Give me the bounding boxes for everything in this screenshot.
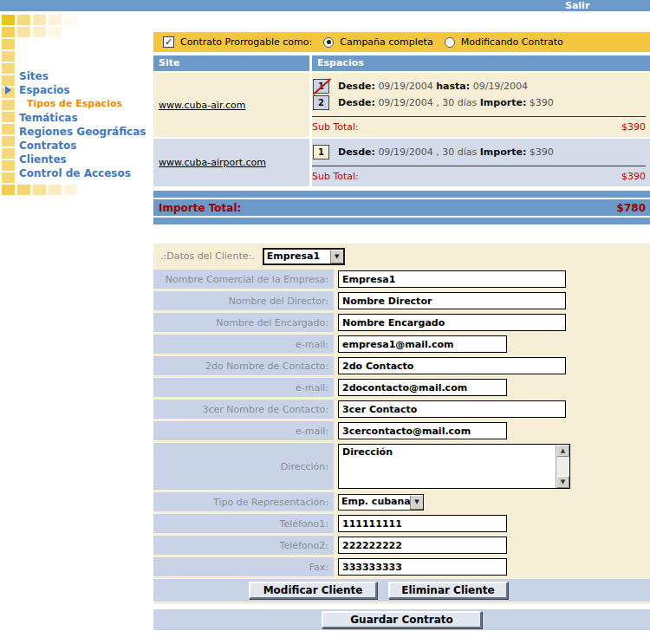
dropdown-arrow-icon[interactable]: ▼: [410, 495, 423, 510]
field-label: 3cer Nombre de Contacto:: [153, 400, 334, 419]
logout-link[interactable]: Salir: [565, 0, 589, 11]
mosaic-square: [2, 27, 15, 37]
tipo-representacion-select[interactable]: Emp. cubana ▼: [338, 494, 424, 511]
field-label: Nombre del Encargado:: [153, 313, 334, 332]
top-bar: Salir: [0, 0, 650, 11]
scrollbar[interactable]: ▲ ▼: [556, 445, 569, 488]
subtotal-row: Sub Total: $390: [312, 171, 646, 182]
band-strip: [153, 218, 650, 224]
espacios-column-header: Espacios: [312, 55, 650, 71]
field-label: Dirección:: [153, 443, 334, 490]
sidebar-item-contratos[interactable]: Contratos: [0, 139, 153, 153]
espacios-cell: 1 Desde: 09/19/2004 , 30 días Importe: $…: [312, 139, 650, 186]
telefono1-input[interactable]: [338, 515, 507, 532]
direccion-text: Dirección: [339, 445, 555, 488]
form-row: Nombre Comercial de la Empresa:: [153, 270, 650, 289]
client-selector-row: .:Datos del Cliente:. Empresa1 ▼: [153, 245, 650, 267]
form-row: Dirección: Dirección ▲ ▼: [153, 443, 650, 490]
espacio-item: 1 Desde: 09/19/2004 , 30 días Importe: $…: [312, 145, 646, 159]
site-cell: www.cuba-air.com: [153, 73, 309, 137]
desde-label: Desde:: [338, 146, 375, 158]
importe-label: Importe:: [480, 146, 527, 158]
campana-completa-radio[interactable]: [323, 37, 334, 48]
tercer-email-input[interactable]: [338, 422, 507, 439]
mosaic-square: [33, 27, 46, 37]
guardar-contrato-button[interactable]: Guardar Contrato: [322, 611, 482, 628]
table-row: www.cuba-air.com 1 Desde: 09/19/2004 has…: [153, 73, 650, 137]
mosaic-square: [17, 185, 30, 195]
form-row: Teléfono2:: [153, 536, 650, 555]
form-row: Nombre del Director:: [153, 291, 650, 310]
subtotal-value: $390: [621, 121, 646, 133]
field-label: Teléfono2:: [153, 536, 334, 555]
mosaic-square: [64, 15, 77, 25]
field-label: e-mail:: [153, 378, 334, 397]
desde-value: 09/19/2004 , 30 días: [378, 146, 477, 158]
mosaic-square: [49, 15, 62, 25]
espacio-item-button[interactable]: 1: [313, 145, 329, 159]
mosaic-square: [17, 27, 30, 37]
dropdown-arrow-icon[interactable]: ▼: [330, 250, 343, 263]
modificando-contrato-radio[interactable]: [445, 37, 455, 48]
segundo-contacto-input[interactable]: [338, 357, 566, 374]
nombre-director-input[interactable]: [338, 292, 566, 309]
tipo-representacion-value: Emp. cubana: [339, 495, 410, 510]
espacio-item-button-crossed[interactable]: 1: [313, 79, 329, 94]
importe-total-row: Importe Total: $780: [153, 199, 650, 216]
table-header: Site Espacios: [153, 55, 650, 71]
direccion-textarea[interactable]: Dirección ▲ ▼: [338, 444, 570, 489]
telefono2-input[interactable]: [338, 537, 507, 554]
sidebar-item-tematicas[interactable]: Temáticas: [0, 111, 153, 125]
field-label: Tipo de Representación:: [153, 492, 334, 511]
subtotal-divider: [312, 166, 646, 166]
importe-value: $390: [530, 97, 554, 108]
save-band: Guardar Contrato: [153, 609, 650, 630]
modificar-cliente-button[interactable]: Modificar Cliente: [249, 582, 377, 599]
eliminar-cliente-button[interactable]: Eliminar Cliente: [388, 582, 508, 599]
espacios-cell: 1 Desde: 09/19/2004 hasta: 09/19/2004 2 …: [312, 73, 650, 137]
site-link[interactable]: www.cuba-airport.com: [159, 157, 266, 168]
scroll-up-icon[interactable]: ▲: [556, 445, 569, 457]
form-row: Nombre del Encargado:: [153, 313, 650, 332]
subtotal-label: Sub Total:: [312, 171, 359, 182]
desde-value: 09/19/2004: [378, 81, 432, 92]
sidebar-item-regiones-geograficas[interactable]: Regiones Geográficas: [0, 125, 153, 139]
importe-total-label: Importe Total:: [159, 202, 241, 214]
band-strip: [153, 191, 650, 198]
site-link[interactable]: www.cuba-air.com: [159, 100, 246, 111]
espacio-item-button[interactable]: 2: [313, 95, 329, 110]
modificando-contrato-label: Modificando Contrato: [461, 36, 563, 48]
nombre-comercial-input[interactable]: [338, 270, 566, 288]
desde-label: Desde:: [338, 97, 375, 108]
scroll-down-icon[interactable]: ▼: [556, 476, 569, 488]
field-label: Teléfono1:: [153, 514, 334, 533]
mosaic-square: [2, 51, 15, 62]
sidebar-item-tipos-de-espacios[interactable]: Tipos de Espacios: [0, 97, 153, 111]
sidebar-item-sites[interactable]: Sites: [0, 69, 153, 83]
client-select-value: Empresa1: [264, 250, 330, 263]
subtotal-value: $390: [621, 171, 646, 182]
espacio-item-detail: Desde: 09/19/2004 , 30 días Importe: $39…: [338, 146, 554, 158]
espacio-item: 1 Desde: 09/19/2004 hasta: 09/19/2004: [312, 79, 646, 94]
main-content: ✓ Contrato Prorrogable como: Campaña com…: [153, 32, 650, 630]
sidebar-item-espacios[interactable]: Espacios: [0, 83, 153, 97]
form-row: Fax:: [153, 557, 650, 576]
sidebar-item-clientes[interactable]: Clientes: [0, 153, 153, 166]
email-input[interactable]: [338, 335, 507, 353]
sidebar-item-control-de-accesos[interactable]: Control de Accesos: [0, 166, 153, 180]
segundo-email-input[interactable]: [338, 379, 507, 396]
importe-total-band: Importe Total: $780: [153, 191, 650, 224]
site-column-header: Site: [153, 55, 309, 71]
client-select[interactable]: Empresa1 ▼: [263, 248, 345, 265]
subtotal-row: Sub Total: $390: [312, 121, 646, 133]
importe-value: $390: [530, 146, 554, 158]
field-label: 2do Nombre de Contacto:: [153, 356, 334, 375]
importe-label: Importe:: [480, 97, 527, 108]
prorrogable-checkbox[interactable]: ✓: [163, 36, 174, 48]
hasta-value: 09/19/2004: [473, 81, 528, 92]
tercer-contacto-input[interactable]: [338, 400, 566, 418]
active-item-arrow-icon: [5, 86, 11, 94]
client-form: .:Datos del Cliente:. Empresa1 ▼ Nombre …: [153, 244, 650, 604]
fax-input[interactable]: [338, 558, 507, 576]
nombre-encargado-input[interactable]: [338, 314, 566, 331]
